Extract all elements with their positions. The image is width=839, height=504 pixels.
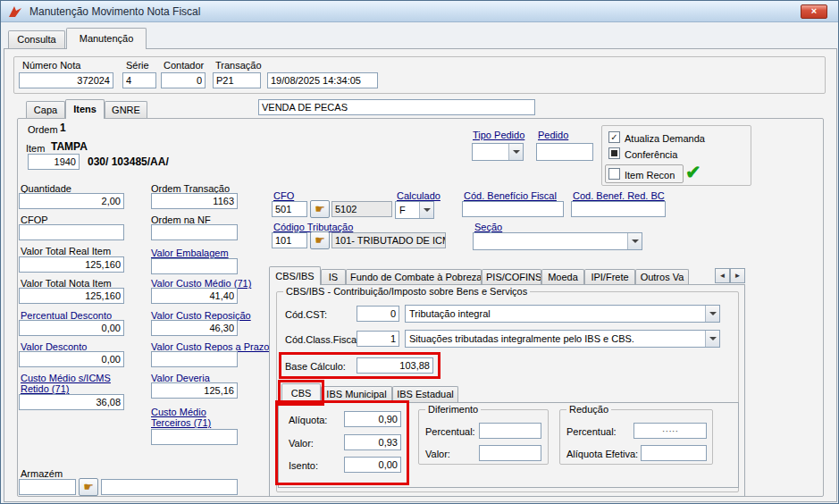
cod-class-fiscal-label: Cód.Class.Fiscal: xyxy=(285,334,362,345)
custo-medio-icms-input[interactable] xyxy=(19,394,124,410)
valor-custo-medio-71-input[interactable] xyxy=(151,288,238,304)
transacao-input[interactable] xyxy=(213,72,261,88)
isento-input[interactable] xyxy=(344,457,401,473)
transacao-label: Transação xyxy=(215,60,262,71)
tab-ipi-frete[interactable]: IPI/Frete xyxy=(584,269,635,284)
valor-deveria-input[interactable] xyxy=(151,382,238,399)
item-label: Item xyxy=(26,143,45,154)
cod-cst-input[interactable] xyxy=(357,306,399,322)
base-calculo-label: Base Cálculo: xyxy=(285,361,346,372)
tab-scroll-left-button[interactable]: ◄ xyxy=(715,268,730,283)
item-recon-checkbox[interactable] xyxy=(608,168,620,180)
pedido-label: Pedido xyxy=(538,130,568,140)
secao-select[interactable] xyxy=(473,232,642,250)
data-hora-input[interactable] xyxy=(267,72,378,88)
cod-cst-select[interactable]: Tributação integral xyxy=(405,305,720,323)
cfo-input[interactable] xyxy=(272,201,307,217)
tab-consulta[interactable]: Consulta xyxy=(8,30,65,48)
quantidade-input[interactable] xyxy=(19,193,124,209)
cod-class-fiscal-select[interactable]: Situações tributadas integralmente pelo … xyxy=(405,330,720,348)
custo-medio-terceiros-input[interactable] xyxy=(151,429,238,445)
arrow-left-icon: ◄ xyxy=(719,272,726,280)
tab-pis-cofins[interactable]: PIS/COFINS xyxy=(482,269,541,284)
tab-cbs[interactable]: CBS xyxy=(281,383,321,403)
pointing-hand-icon: ☛ xyxy=(315,202,325,215)
armazem-descricao-input[interactable] xyxy=(101,479,238,495)
tab-moeda[interactable]: Moeda xyxy=(541,269,584,284)
conferencia-checkbox[interactable] xyxy=(608,147,620,159)
tab-ibs-municipal[interactable]: IBS Municipal xyxy=(321,386,392,402)
tab-scroll-right-button[interactable]: ► xyxy=(730,268,745,283)
reducao-percentual-label: Percentual: xyxy=(566,426,617,437)
armazem-codigo-input[interactable] xyxy=(19,479,76,495)
item-nome: TAMPA xyxy=(51,141,88,152)
pedido-input[interactable] xyxy=(536,143,593,161)
valor-input[interactable] xyxy=(344,434,401,450)
atualiza-demanda-checkbox[interactable]: ✓ xyxy=(608,131,620,143)
cod-cst-dropdown-button[interactable] xyxy=(705,306,719,322)
numero-nota-label: Número Nota xyxy=(22,60,80,71)
valor-embalagem-label: Valor Embalagem xyxy=(151,248,229,258)
calculado-dropdown-button[interactable] xyxy=(419,202,433,218)
valor-label: Valor: xyxy=(289,438,314,449)
cod-benef-red-bc-input[interactable] xyxy=(571,201,666,217)
codigo-tributacao-lookup-button[interactable]: ☛ xyxy=(310,231,330,249)
numero-nota-input[interactable] xyxy=(19,72,113,88)
tab-is[interactable]: IS xyxy=(321,269,346,284)
cod-cst-label: Cód.CST: xyxy=(285,309,327,320)
armazem-lookup-button[interactable]: ☛ xyxy=(79,478,98,496)
serie-label: Série xyxy=(126,60,149,71)
cod-class-fiscal-input[interactable] xyxy=(357,331,399,347)
cfo-descricao: 5102 xyxy=(331,201,392,217)
custo-medio-terceiros-label-2: Terceiros (71) xyxy=(151,417,211,428)
chevron-down-icon xyxy=(709,337,717,344)
diferimento-valor-input[interactable] xyxy=(479,445,541,461)
chevron-down-icon xyxy=(709,312,717,319)
tab-manutencao[interactable]: Manutenção xyxy=(66,28,147,49)
secao-dropdown-button[interactable] xyxy=(627,233,642,249)
atualiza-demanda-label: Atualiza Demanda xyxy=(625,133,705,144)
tab-itens[interactable]: Itens xyxy=(65,99,105,119)
cod-class-fiscal-descricao: Situações tributadas integralmente pelo … xyxy=(409,333,703,345)
valor-total-nota-item-input[interactable] xyxy=(19,288,124,304)
tipo-pedido-select[interactable] xyxy=(472,143,524,161)
valor-total-real-item-input[interactable] xyxy=(19,256,124,273)
tab-capa[interactable]: Capa xyxy=(26,101,65,118)
base-calculo-input[interactable] xyxy=(357,357,433,374)
diferimento-percentual-input[interactable] xyxy=(479,423,541,439)
contador-input[interactable] xyxy=(161,72,206,88)
aliquota-efetiva-input[interactable] xyxy=(641,445,707,461)
cod-beneficio-fiscal-input[interactable] xyxy=(462,201,564,217)
percentual-desconto-input[interactable] xyxy=(19,320,124,336)
filled-square-icon xyxy=(611,150,617,156)
tab-fundo-combate-pobreza[interactable]: Fundo de Combate à Pobreza xyxy=(346,269,482,284)
aliquota-input[interactable] xyxy=(344,411,401,427)
tab-cbs-ibs[interactable]: CBS/IBS xyxy=(269,266,321,285)
cfo-lookup-button[interactable]: ☛ xyxy=(310,200,330,218)
serie-input[interactable] xyxy=(122,72,156,88)
valor-custo-reposicao-input[interactable] xyxy=(151,320,238,336)
item-codigo-input[interactable] xyxy=(28,154,80,170)
valor-desconto-input[interactable] xyxy=(19,351,124,367)
cod-class-fiscal-dropdown-button[interactable] xyxy=(705,331,719,347)
title-bar: Manutenção Movimento Nota Fiscal xyxy=(1,1,838,22)
item-recon-label: Item Recon xyxy=(625,170,675,181)
codigo-tributacao-input[interactable] xyxy=(272,232,307,248)
item-referencia: 030/ 103485/AA/ xyxy=(88,156,169,167)
tab-gnre[interactable]: GNRE xyxy=(105,101,147,118)
tab-ibs-estadual[interactable]: IBS Estadual xyxy=(392,386,458,402)
calculado-value: F xyxy=(399,205,417,216)
reducao-percentual-input[interactable] xyxy=(633,423,707,439)
calculado-select[interactable]: F xyxy=(395,201,434,219)
isento-label: Isento: xyxy=(289,460,318,471)
tipo-pedido-dropdown-button[interactable] xyxy=(508,144,523,160)
valor-embalagem-input[interactable] xyxy=(151,258,238,274)
valor-custo-repos-prazo-input[interactable] xyxy=(151,351,238,367)
ordem-na-nf-input[interactable] xyxy=(151,224,238,240)
ordem-transacao-input[interactable] xyxy=(151,193,238,209)
descricao-input[interactable] xyxy=(258,99,535,115)
close-button[interactable]: × xyxy=(801,4,827,19)
tab-outros-valores[interactable]: Outros Va xyxy=(635,269,689,284)
cfop-input[interactable] xyxy=(19,224,124,240)
conferencia-label: Conferência xyxy=(625,149,677,160)
